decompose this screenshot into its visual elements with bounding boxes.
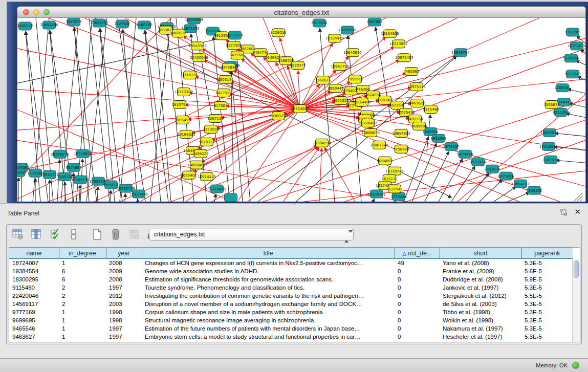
red-edge[interactable] <box>324 148 355 202</box>
table-cell[interactable]: 6 <box>59 275 106 283</box>
table-settings-icon[interactable] <box>11 228 25 242</box>
table-cell[interactable]: 1 <box>59 316 106 324</box>
black-edge[interactable] <box>412 143 437 202</box>
table-cell[interactable]: 5.3E-5 <box>521 324 573 333</box>
black-edge[interactable] <box>79 185 80 202</box>
table-cell[interactable]: 1997 <box>106 283 142 292</box>
black-edge[interactable] <box>395 201 396 202</box>
delete-table-icon[interactable] <box>109 228 122 242</box>
table-cell[interactable]: 5.3E-5 <box>521 259 573 267</box>
table-cell[interactable]: 2008 <box>106 275 142 283</box>
table-cell[interactable]: 9699695 <box>9 316 59 324</box>
table-cell[interactable]: 5.3E-5 <box>521 333 573 341</box>
black-edge[interactable] <box>57 160 59 202</box>
table-cell[interactable]: 2 <box>59 283 106 292</box>
table-cell[interactable]: 9463627 <box>9 333 59 341</box>
column-header-name[interactable]: name <box>9 248 59 259</box>
table-cell[interactable]: 1 <box>59 333 106 341</box>
table-cell[interactable]: 6 <box>59 267 106 275</box>
table-cell[interactable]: Structural magnetic resonance image aver… <box>142 316 395 324</box>
table-cell[interactable]: 0 <box>395 324 440 333</box>
table-cell[interactable]: 1 <box>59 324 106 333</box>
close-icon[interactable]: ✕ <box>574 208 581 216</box>
table-cell[interactable]: Disruption of a novel member of a sodium… <box>142 300 395 308</box>
table-cell[interactable]: Hescheler et al. (1997) <box>440 333 521 341</box>
black-edge[interactable] <box>508 192 529 202</box>
table-cell[interactable]: 5.9E-5 <box>521 275 573 283</box>
row-height-icon[interactable] <box>67 228 80 242</box>
table-cell[interactable]: Estimation of the future numbers of pati… <box>142 324 395 333</box>
window-titlebar[interactable]: citations_edges.txt <box>17 7 585 18</box>
black-edge[interactable] <box>145 31 161 202</box>
table-cell[interactable]: 5.5E-5 <box>521 292 573 300</box>
table-cell[interactable]: Changes of HCN gene expression and I(f) … <box>142 259 395 267</box>
black-edge[interactable] <box>138 200 138 202</box>
table-cell[interactable]: Corpus callosum shape and size in male p… <box>142 308 395 316</box>
table-cell[interactable]: de Silva et al. (2003) <box>440 300 521 308</box>
black-edge[interactable] <box>451 166 475 202</box>
table-cell[interactable]: 0 <box>395 283 440 292</box>
table-row[interactable]: 1938455462009Genome-wide association stu… <box>9 267 573 275</box>
table-cell[interactable]: 18724007 <box>9 259 59 267</box>
table-cell[interactable]: 0 <box>395 316 440 324</box>
table-cell[interactable]: 1998 <box>106 308 142 316</box>
table-cell[interactable]: 5.3E-5 <box>521 308 573 316</box>
black-edge[interactable] <box>556 160 585 163</box>
table-cell[interactable]: 9777169 <box>9 308 59 316</box>
black-edge[interactable] <box>125 194 125 202</box>
table-cell[interactable]: 22420046 <box>9 292 59 300</box>
black-edge[interactable] <box>100 29 115 202</box>
table-cell[interactable]: 14569117 <box>9 300 59 308</box>
table-cell[interactable]: 2 <box>59 292 106 300</box>
table-source-combobox[interactable]: citations_edges.txt <box>149 229 354 240</box>
table-cell[interactable]: 0 <box>395 292 440 300</box>
column-header-in_degree[interactable]: in_degree <box>59 248 106 259</box>
column-header-out_de[interactable]: △out_de... <box>395 248 440 259</box>
table-row[interactable]: 946554611997Estimation of the future num… <box>9 324 573 333</box>
black-edge[interactable] <box>576 60 585 64</box>
network-view-window[interactable]: citations_edges.txt 24055722069140618435… <box>17 6 586 202</box>
table-cell[interactable]: 5.3E-5 <box>521 283 573 292</box>
table-cell[interactable]: 0 <box>395 333 440 341</box>
panel-resize-handle[interactable]: ⌃ <box>292 204 297 207</box>
table-cell[interactable]: 9115460 <box>9 283 59 292</box>
red-edge[interactable] <box>17 109 300 171</box>
table-cell[interactable]: 1 <box>59 259 106 267</box>
table-cell[interactable]: Yano et al. (2008) <box>440 259 521 267</box>
black-edge[interactable] <box>425 151 449 202</box>
table-row[interactable]: 946362711997Embryonic stem cells: a mode… <box>9 333 573 341</box>
table-cell[interactable]: 2003 <box>106 300 142 308</box>
table-cell[interactable]: Investigating the contribution of common… <box>142 292 395 300</box>
table-cell[interactable]: Embryonic stem cells: a model to study s… <box>142 333 395 341</box>
table-cell[interactable]: 2008 <box>106 259 142 267</box>
red-edge[interactable] <box>284 148 319 202</box>
table-cell[interactable]: 0 <box>395 300 440 308</box>
table-row[interactable]: 1830029562008Estimation of significance … <box>9 275 573 283</box>
table-row[interactable]: 969969511998Structural magnetic resonanc… <box>9 316 573 324</box>
table-cell[interactable]: Franke et al. (2009) <box>440 267 521 275</box>
black-edge[interactable] <box>118 18 145 202</box>
black-edge[interactable] <box>581 50 585 54</box>
table-row[interactable]: 977716911998Corpus callosum shape and si… <box>9 308 573 316</box>
table-cell[interactable]: 0 <box>395 267 440 275</box>
table-cell[interactable]: 5.3E-5 <box>521 316 573 324</box>
table-cell[interactable]: 1997 <box>106 333 142 341</box>
black-edge[interactable] <box>100 29 122 202</box>
column-header-year[interactable]: year <box>106 248 142 259</box>
table-cell[interactable]: 0 <box>395 275 440 283</box>
table-cell[interactable]: 2012 <box>106 292 142 300</box>
table-cell[interactable]: 18300295 <box>9 275 59 283</box>
table-row[interactable]: 2242004622012Investigating the contribut… <box>9 292 573 300</box>
scrollbar-thumb[interactable] <box>574 260 579 278</box>
black-edge[interactable] <box>373 199 374 202</box>
new-table-icon[interactable] <box>91 228 104 242</box>
red-edge[interactable] <box>17 18 171 181</box>
resize-grip-icon[interactable] <box>574 193 582 201</box>
black-edge[interactable] <box>120 18 136 202</box>
black-edge[interactable] <box>567 114 585 118</box>
table-cell[interactable]: 19384554 <box>9 267 59 275</box>
import-table-icon[interactable] <box>128 228 141 242</box>
table-cell[interactable]: 1 <box>59 308 106 316</box>
black-edge[interactable] <box>97 187 98 202</box>
table-cell[interactable]: Jankovic et al. (1997) <box>440 283 521 292</box>
